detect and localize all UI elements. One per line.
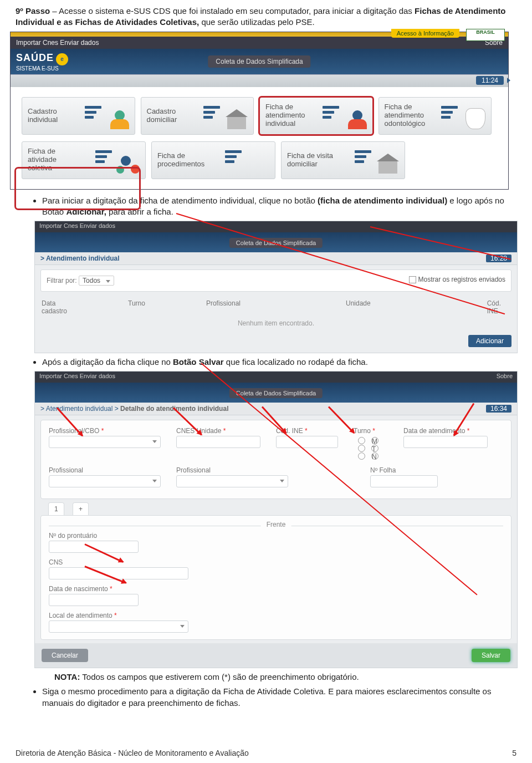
bullet-1: Para iniciar a digitação da ficha de ate… (42, 195, 516, 218)
tab-add[interactable]: + (73, 502, 89, 515)
app-logo: SAÚDEe SISTEMA E-SUS (16, 52, 68, 72)
profissional3-select[interactable] (176, 475, 288, 487)
nascimento-input[interactable] (49, 594, 139, 606)
bullet-2: Após a digitação da ficha clique no Botã… (42, 357, 516, 368)
profissional2-select[interactable] (49, 475, 161, 487)
tile-ficha-atendimento-individual[interactable]: Ficha de atendimento individual (259, 97, 373, 135)
brasil-logo: BRASIL (466, 29, 505, 41)
turno-t-radio[interactable] (358, 445, 365, 452)
tile-cadastro-individual[interactable]: Cadastro individual (22, 97, 135, 135)
clock: 11:24 (476, 76, 504, 85)
tile-ficha-procedimentos[interactable]: Ficha de procedimentos (151, 141, 275, 179)
show-sent-checkbox[interactable] (409, 276, 416, 283)
local-select[interactable] (49, 620, 188, 633)
app-title: Coleta de Dados Simplificada (208, 55, 310, 68)
acesso-info-link[interactable]: Acesso à Informação (391, 29, 459, 38)
tile-ficha-odontologico[interactable]: Ficha de atendimento odontológico (378, 97, 492, 135)
tile-cadastro-domiciliar[interactable]: Cadastro domiciliar (141, 97, 254, 135)
nota: NOTA: Todos os campos que estiverem com … (54, 672, 516, 683)
bullet-3: Siga o mesmo procedimento para a digitaç… (42, 686, 516, 709)
cnes-input[interactable] (176, 436, 260, 448)
menu-importar[interactable]: Importar Cnes Enviar dados (16, 39, 99, 47)
step-title: 9º Passo – Acesse o sistema e-SUS CDS qu… (16, 6, 516, 28)
tile-ficha-visita-domiciliar[interactable]: Ficha de visita domiciliar (281, 141, 405, 179)
profissional-cbo-select[interactable] (49, 436, 161, 448)
save-button[interactable]: Salvar (472, 649, 510, 662)
prontuario-input[interactable] (49, 541, 139, 553)
filter-select[interactable]: Todos (79, 276, 114, 286)
turno-n-radio[interactable] (358, 452, 365, 460)
turno-m-radio[interactable] (358, 437, 365, 444)
folha-input[interactable] (370, 475, 438, 487)
screenshot-main-menu: Acesso à Informação BRASIL Importar Cnes… (10, 32, 509, 190)
ine-input[interactable] (276, 436, 338, 448)
screenshot-form: Importar Cnes Enviar dadosSobre Coleta d… (34, 371, 518, 668)
tab-1[interactable]: 1 (48, 502, 64, 515)
cns-input[interactable] (49, 567, 188, 579)
data-atendimento-input[interactable] (403, 436, 488, 448)
tile-ficha-atividade-coletiva[interactable]: Ficha de atividade coletiva (22, 141, 146, 179)
cancel-button[interactable]: Cancelar (42, 649, 88, 662)
screenshot-listagem: Importar Cnes Enviar dados Coleta de Dad… (34, 221, 518, 353)
add-button[interactable]: Adicionar (468, 335, 511, 347)
